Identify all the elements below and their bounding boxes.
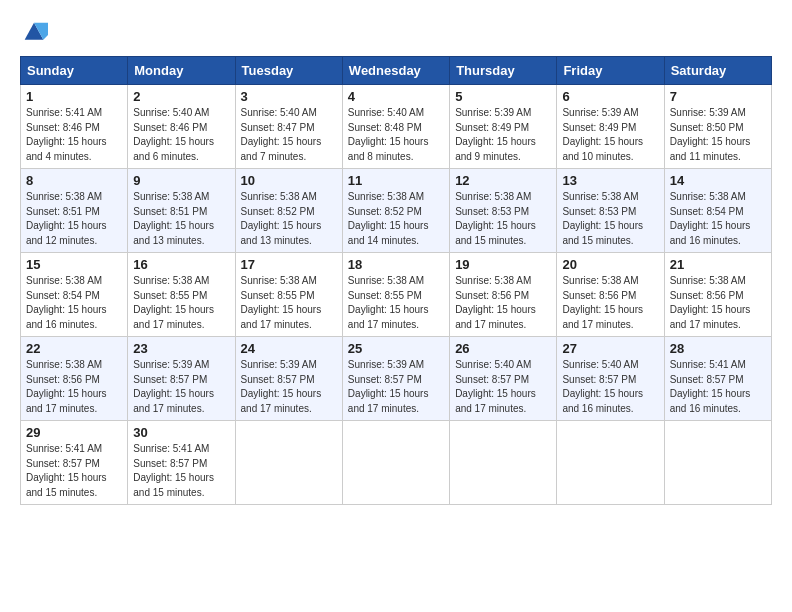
calendar-cell: 4Sunrise: 5:40 AMSunset: 8:48 PMDaylight…	[342, 85, 449, 169]
calendar-cell: 13Sunrise: 5:38 AMSunset: 8:53 PMDayligh…	[557, 169, 664, 253]
day-info: Sunrise: 5:41 AMSunset: 8:57 PMDaylight:…	[670, 358, 766, 416]
day-info: Sunrise: 5:39 AMSunset: 8:50 PMDaylight:…	[670, 106, 766, 164]
day-number: 8	[26, 173, 122, 188]
calendar-week-2: 8Sunrise: 5:38 AMSunset: 8:51 PMDaylight…	[21, 169, 772, 253]
calendar-week-3: 15Sunrise: 5:38 AMSunset: 8:54 PMDayligh…	[21, 253, 772, 337]
logo	[20, 18, 52, 46]
day-number: 25	[348, 341, 444, 356]
day-info: Sunrise: 5:41 AMSunset: 8:46 PMDaylight:…	[26, 106, 122, 164]
day-info: Sunrise: 5:39 AMSunset: 8:49 PMDaylight:…	[562, 106, 658, 164]
day-number: 13	[562, 173, 658, 188]
day-number: 30	[133, 425, 229, 440]
day-number: 18	[348, 257, 444, 272]
day-info: Sunrise: 5:41 AMSunset: 8:57 PMDaylight:…	[133, 442, 229, 500]
day-number: 29	[26, 425, 122, 440]
calendar-week-1: 1Sunrise: 5:41 AMSunset: 8:46 PMDaylight…	[21, 85, 772, 169]
calendar-cell	[450, 421, 557, 505]
day-number: 11	[348, 173, 444, 188]
day-info: Sunrise: 5:38 AMSunset: 8:55 PMDaylight:…	[133, 274, 229, 332]
day-number: 27	[562, 341, 658, 356]
calendar-cell: 10Sunrise: 5:38 AMSunset: 8:52 PMDayligh…	[235, 169, 342, 253]
day-info: Sunrise: 5:39 AMSunset: 8:49 PMDaylight:…	[455, 106, 551, 164]
day-number: 19	[455, 257, 551, 272]
day-info: Sunrise: 5:38 AMSunset: 8:56 PMDaylight:…	[455, 274, 551, 332]
calendar-cell: 23Sunrise: 5:39 AMSunset: 8:57 PMDayligh…	[128, 337, 235, 421]
day-number: 2	[133, 89, 229, 104]
calendar-table: SundayMondayTuesdayWednesdayThursdayFrid…	[20, 56, 772, 505]
calendar-cell	[557, 421, 664, 505]
day-number: 12	[455, 173, 551, 188]
calendar-cell: 20Sunrise: 5:38 AMSunset: 8:56 PMDayligh…	[557, 253, 664, 337]
calendar-cell: 2Sunrise: 5:40 AMSunset: 8:46 PMDaylight…	[128, 85, 235, 169]
calendar-cell: 16Sunrise: 5:38 AMSunset: 8:55 PMDayligh…	[128, 253, 235, 337]
day-info: Sunrise: 5:38 AMSunset: 8:51 PMDaylight:…	[26, 190, 122, 248]
day-info: Sunrise: 5:38 AMSunset: 8:53 PMDaylight:…	[455, 190, 551, 248]
day-number: 6	[562, 89, 658, 104]
calendar-cell: 9Sunrise: 5:38 AMSunset: 8:51 PMDaylight…	[128, 169, 235, 253]
day-number: 1	[26, 89, 122, 104]
day-number: 10	[241, 173, 337, 188]
day-info: Sunrise: 5:38 AMSunset: 8:52 PMDaylight:…	[241, 190, 337, 248]
calendar-cell: 25Sunrise: 5:39 AMSunset: 8:57 PMDayligh…	[342, 337, 449, 421]
day-number: 24	[241, 341, 337, 356]
day-number: 21	[670, 257, 766, 272]
header-thursday: Thursday	[450, 57, 557, 85]
day-number: 20	[562, 257, 658, 272]
calendar-cell: 29Sunrise: 5:41 AMSunset: 8:57 PMDayligh…	[21, 421, 128, 505]
day-info: Sunrise: 5:38 AMSunset: 8:54 PMDaylight:…	[26, 274, 122, 332]
calendar-cell	[235, 421, 342, 505]
calendar-cell: 12Sunrise: 5:38 AMSunset: 8:53 PMDayligh…	[450, 169, 557, 253]
day-info: Sunrise: 5:38 AMSunset: 8:56 PMDaylight:…	[670, 274, 766, 332]
day-info: Sunrise: 5:39 AMSunset: 8:57 PMDaylight:…	[241, 358, 337, 416]
day-info: Sunrise: 5:40 AMSunset: 8:57 PMDaylight:…	[455, 358, 551, 416]
header-friday: Friday	[557, 57, 664, 85]
day-info: Sunrise: 5:38 AMSunset: 8:56 PMDaylight:…	[562, 274, 658, 332]
calendar-cell: 28Sunrise: 5:41 AMSunset: 8:57 PMDayligh…	[664, 337, 771, 421]
day-info: Sunrise: 5:39 AMSunset: 8:57 PMDaylight:…	[348, 358, 444, 416]
day-number: 23	[133, 341, 229, 356]
header-saturday: Saturday	[664, 57, 771, 85]
day-info: Sunrise: 5:38 AMSunset: 8:55 PMDaylight:…	[348, 274, 444, 332]
calendar-header-row: SundayMondayTuesdayWednesdayThursdayFrid…	[21, 57, 772, 85]
day-number: 4	[348, 89, 444, 104]
day-info: Sunrise: 5:38 AMSunset: 8:54 PMDaylight:…	[670, 190, 766, 248]
calendar-cell	[342, 421, 449, 505]
day-number: 7	[670, 89, 766, 104]
day-info: Sunrise: 5:41 AMSunset: 8:57 PMDaylight:…	[26, 442, 122, 500]
header	[20, 18, 772, 46]
day-info: Sunrise: 5:39 AMSunset: 8:57 PMDaylight:…	[133, 358, 229, 416]
day-number: 5	[455, 89, 551, 104]
calendar-week-4: 22Sunrise: 5:38 AMSunset: 8:56 PMDayligh…	[21, 337, 772, 421]
header-wednesday: Wednesday	[342, 57, 449, 85]
header-sunday: Sunday	[21, 57, 128, 85]
day-number: 14	[670, 173, 766, 188]
calendar-cell: 11Sunrise: 5:38 AMSunset: 8:52 PMDayligh…	[342, 169, 449, 253]
calendar-cell: 26Sunrise: 5:40 AMSunset: 8:57 PMDayligh…	[450, 337, 557, 421]
day-info: Sunrise: 5:38 AMSunset: 8:52 PMDaylight:…	[348, 190, 444, 248]
day-info: Sunrise: 5:40 AMSunset: 8:46 PMDaylight:…	[133, 106, 229, 164]
day-info: Sunrise: 5:38 AMSunset: 8:55 PMDaylight:…	[241, 274, 337, 332]
calendar-cell: 30Sunrise: 5:41 AMSunset: 8:57 PMDayligh…	[128, 421, 235, 505]
logo-icon	[20, 18, 48, 46]
day-number: 28	[670, 341, 766, 356]
calendar-cell: 5Sunrise: 5:39 AMSunset: 8:49 PMDaylight…	[450, 85, 557, 169]
page: SundayMondayTuesdayWednesdayThursdayFrid…	[0, 0, 792, 612]
calendar-cell: 17Sunrise: 5:38 AMSunset: 8:55 PMDayligh…	[235, 253, 342, 337]
calendar-cell: 24Sunrise: 5:39 AMSunset: 8:57 PMDayligh…	[235, 337, 342, 421]
calendar-cell: 6Sunrise: 5:39 AMSunset: 8:49 PMDaylight…	[557, 85, 664, 169]
calendar-week-5: 29Sunrise: 5:41 AMSunset: 8:57 PMDayligh…	[21, 421, 772, 505]
day-number: 3	[241, 89, 337, 104]
day-number: 26	[455, 341, 551, 356]
calendar-cell: 14Sunrise: 5:38 AMSunset: 8:54 PMDayligh…	[664, 169, 771, 253]
day-info: Sunrise: 5:40 AMSunset: 8:47 PMDaylight:…	[241, 106, 337, 164]
calendar-cell: 7Sunrise: 5:39 AMSunset: 8:50 PMDaylight…	[664, 85, 771, 169]
header-tuesday: Tuesday	[235, 57, 342, 85]
calendar-cell: 3Sunrise: 5:40 AMSunset: 8:47 PMDaylight…	[235, 85, 342, 169]
day-number: 17	[241, 257, 337, 272]
day-info: Sunrise: 5:38 AMSunset: 8:51 PMDaylight:…	[133, 190, 229, 248]
day-number: 9	[133, 173, 229, 188]
calendar-cell: 8Sunrise: 5:38 AMSunset: 8:51 PMDaylight…	[21, 169, 128, 253]
calendar-cell	[664, 421, 771, 505]
calendar-cell: 22Sunrise: 5:38 AMSunset: 8:56 PMDayligh…	[21, 337, 128, 421]
header-monday: Monday	[128, 57, 235, 85]
